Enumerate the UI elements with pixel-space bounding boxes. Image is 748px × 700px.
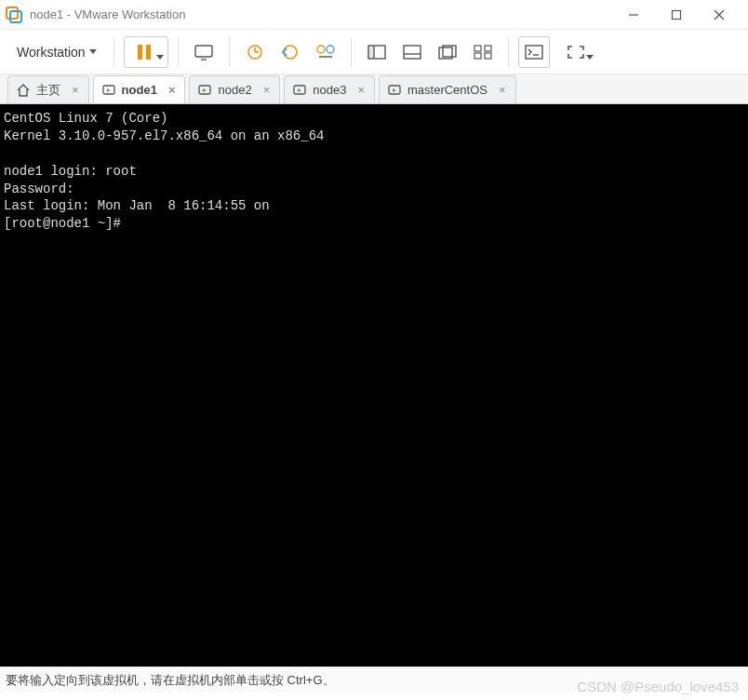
view-tabs-button[interactable] <box>432 36 463 68</box>
tab-node2[interactable]: node2 × <box>189 75 280 103</box>
vm-icon <box>387 83 402 98</box>
svg-rect-1 <box>10 11 21 22</box>
svg-marker-31 <box>107 88 111 92</box>
close-button[interactable] <box>698 1 741 29</box>
terminal-line: Kernel 3.10.0-957.el7.x86_64 on an x86_6… <box>4 128 324 143</box>
tab-node3[interactable]: node3 × <box>284 75 375 103</box>
title-bar: node1 - VMware Workstation <box>0 0 748 30</box>
svg-marker-33 <box>203 88 207 92</box>
toolbar-separator <box>351 37 352 67</box>
fullscreen-button[interactable] <box>554 36 598 68</box>
view-split-bottom-button[interactable] <box>396 36 428 68</box>
svg-rect-20 <box>404 46 421 59</box>
toolbar-separator <box>229 37 230 67</box>
status-hint: 要将输入定向到该虚拟机，请在虚拟机内部单击或按 Ctrl+G。 <box>6 672 335 689</box>
svg-rect-7 <box>146 45 151 60</box>
svg-rect-3 <box>673 10 681 19</box>
snapshot-revert-button[interactable] <box>274 36 306 68</box>
svg-rect-24 <box>474 46 481 51</box>
terminal-line: Last login: Mon Jan 8 16:14:55 on <box>4 198 270 213</box>
toolbar-separator <box>178 37 179 67</box>
terminal-line: CentOS Linux 7 (Core) <box>4 111 167 126</box>
terminal-line: Password: <box>4 182 74 196</box>
vm-icon <box>292 83 307 98</box>
toolbar: Workstation <box>0 30 748 74</box>
tab-mastercentos[interactable]: masterCentOS × <box>379 75 516 103</box>
tab-node1[interactable]: node1 × <box>93 75 186 103</box>
svg-rect-0 <box>7 7 18 19</box>
tab-label: node2 <box>218 83 251 97</box>
tab-home[interactable]: 主页 × <box>7 75 89 103</box>
terminal-prompt: [root@node1 ~]# <box>4 216 128 231</box>
tab-close-icon[interactable]: × <box>499 83 506 97</box>
tab-label: node3 <box>313 83 346 97</box>
tab-strip: 主页 × node1 × node2 × node3 × masterCentO… <box>0 74 748 104</box>
vmware-app-icon <box>6 7 22 23</box>
svg-rect-8 <box>195 46 212 57</box>
tab-close-icon[interactable]: × <box>72 83 79 97</box>
snapshot-take-button[interactable] <box>239 36 271 68</box>
svg-point-14 <box>317 46 325 53</box>
workstation-menu[interactable]: Workstation <box>9 39 104 65</box>
svg-rect-28 <box>526 46 542 59</box>
status-bar: 要将输入定向到该虚拟机，请在虚拟机内部单击或按 Ctrl+G。 <box>0 666 748 693</box>
tab-label: node1 <box>122 83 157 97</box>
toolbar-separator <box>114 37 114 67</box>
svg-marker-37 <box>393 88 396 92</box>
send-ctrl-alt-del-button[interactable] <box>188 36 220 68</box>
svg-rect-27 <box>485 53 491 59</box>
svg-point-15 <box>327 46 334 53</box>
vm-icon <box>197 83 212 98</box>
svg-point-13 <box>284 46 297 59</box>
view-split-left-button[interactable] <box>361 36 393 68</box>
window-controls <box>612 1 741 29</box>
minimize-button[interactable] <box>612 1 655 29</box>
svg-rect-18 <box>368 46 374 59</box>
tab-label: masterCentOS <box>407 83 488 97</box>
caret-down-icon <box>586 55 594 60</box>
vm-console[interactable]: CentOS Linux 7 (Core) Kernel 3.10.0-957.… <box>0 104 748 666</box>
tab-close-icon[interactable]: × <box>263 83 271 97</box>
view-thumbnails-button[interactable] <box>467 36 499 68</box>
vm-icon <box>101 83 116 98</box>
maximize-button[interactable] <box>655 1 698 29</box>
terminal-line: node1 login: root <box>4 164 137 179</box>
svg-rect-25 <box>485 46 491 51</box>
pause-vm-button[interactable] <box>124 36 168 68</box>
tab-label: 主页 <box>36 82 60 99</box>
window-title: node1 - VMware Workstation <box>30 7 612 21</box>
svg-rect-6 <box>138 45 142 60</box>
caret-down-icon <box>89 49 97 54</box>
tab-close-icon[interactable]: × <box>168 83 176 97</box>
workstation-menu-label: Workstation <box>17 45 86 60</box>
home-icon <box>16 83 31 98</box>
caret-down-icon <box>156 55 164 60</box>
svg-rect-26 <box>474 53 481 59</box>
toolbar-separator <box>508 37 509 67</box>
snapshot-manager-button[interactable] <box>310 36 341 68</box>
console-view-button[interactable] <box>518 36 550 68</box>
svg-marker-35 <box>298 88 301 92</box>
tab-close-icon[interactable]: × <box>357 83 365 97</box>
